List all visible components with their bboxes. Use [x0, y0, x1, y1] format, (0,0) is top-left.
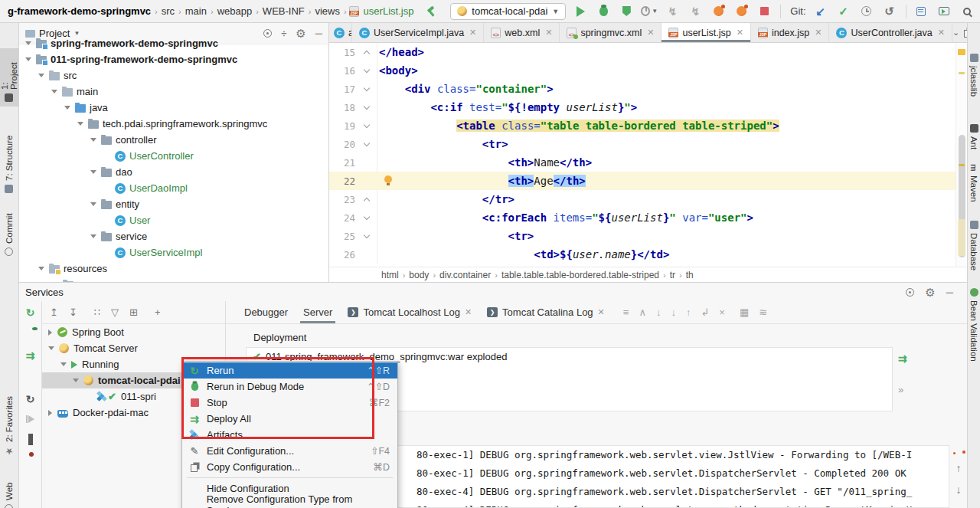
fold-gutter[interactable] [358, 143, 375, 146]
expander-icon[interactable] [90, 138, 96, 142]
add-button[interactable]: + [155, 306, 161, 318]
breadcrumb-item[interactable]: main [184, 5, 208, 17]
close-icon[interactable]: ✕ [815, 28, 822, 38]
scroll-end-button[interactable]: ↓ [671, 306, 676, 318]
toolwindow-button-jclasslib[interactable]: jclasslib [968, 49, 980, 101]
expander-icon[interactable] [90, 202, 96, 206]
build-hammer-button[interactable] [423, 3, 439, 20]
expander-icon[interactable] [25, 57, 31, 61]
close-icon[interactable]: ✕ [737, 28, 743, 38]
minimize-icon[interactable]: ─ [955, 505, 962, 508]
breadcrumb-item[interactable]: webapp [216, 5, 254, 17]
hidden-tabs-button[interactable]: ⌄ [952, 28, 959, 38]
project-tree-item[interactable]: java [19, 100, 328, 116]
fold-gutter[interactable] [358, 125, 375, 127]
collapse-all-button[interactable]: ↧ [69, 306, 77, 318]
menu-item[interactable]: ⇉Deploy All [182, 411, 397, 427]
close-button[interactable]: × [719, 306, 725, 318]
close-icon[interactable]: ✕ [598, 307, 605, 317]
project-tree-item[interactable]: controller [19, 132, 328, 148]
fold-gutter[interactable] [358, 49, 375, 56]
filter-button[interactable]: ▽ [111, 306, 119, 318]
next-occurrence-button[interactable]: ↓ [956, 483, 962, 496]
profile-with-intellij-button[interactable] [710, 3, 727, 20]
refresh-button[interactable]: ↻ [26, 394, 35, 405]
expander-icon[interactable] [90, 234, 96, 238]
code-line[interactable]: 23 </tr> [329, 190, 967, 208]
services-tab[interactable]: ❯Tomcat Localhost Log✕ [340, 301, 479, 323]
code-line[interactable]: 16<body> [329, 61, 967, 80]
gear-icon[interactable]: ⚙ [925, 287, 935, 298]
services-tab[interactable]: ❯Tomcat Catalina Log✕ [479, 301, 612, 323]
git-commit-button[interactable]: ✓ [835, 3, 852, 20]
services-tree-item[interactable]: Tomcat Server [42, 340, 225, 356]
menu-item[interactable]: Stop⌘F2 [182, 395, 397, 411]
code-line[interactable]: 18 <c:if test="${!empty userList}"> [329, 98, 967, 116]
code-editor[interactable]: 15</head>16<body>17 <div class="containe… [329, 43, 967, 264]
attach-profiler-button[interactable] [733, 3, 750, 20]
editor-breadcrumb-item[interactable]: div.container [439, 270, 491, 280]
update-resources-button[interactable]: ↯ [687, 3, 704, 20]
code-line[interactable]: 22 <th>Age</th> [329, 172, 967, 190]
close-icon[interactable]: ✕ [465, 307, 472, 317]
toolwindow-button-structure[interactable]: 7: Structure [0, 124, 18, 198]
code-line[interactable]: 17 <div class="container"> [329, 80, 967, 98]
group-by-button[interactable]: ∷ [94, 306, 100, 318]
float-mode-button[interactable] [906, 288, 914, 297]
editor-tab[interactable]: CUserServiceImpl.java✕ [352, 23, 484, 42]
services-tree-item[interactable]: Spring Boot [42, 324, 225, 340]
code-line[interactable]: 25 <tr> [329, 227, 967, 245]
menu-item[interactable]: Rerun in Debug Mode⌃⇧D [182, 379, 397, 395]
toolwindow-button-ant[interactable]: Ant [968, 120, 980, 154]
coverage-button[interactable] [618, 3, 635, 20]
services-tab[interactable]: Debugger [237, 301, 296, 323]
update-running-app-button[interactable]: ↯ [664, 3, 681, 20]
toolwindow-button-project[interactable]: 1: Project [0, 48, 18, 107]
deploy-all-button[interactable]: ⇉ [26, 350, 35, 361]
toolwindow-button-maven[interactable]: mMaven [968, 159, 980, 206]
fold-gutter[interactable] [358, 88, 375, 90]
project-tree-item[interactable]: dao [19, 164, 328, 180]
expander-icon[interactable] [77, 122, 83, 126]
run-button[interactable] [572, 3, 589, 20]
project-tree-item[interactable]: CUserServiceImpl [19, 244, 328, 261]
expander-icon[interactable] [48, 410, 52, 416]
run-configuration-select[interactable]: tomcat-local-pdai ▼ [450, 3, 566, 20]
expander-icon[interactable] [64, 106, 70, 110]
expander-icon[interactable] [38, 267, 44, 270]
editor-breadcrumb-item[interactable]: table.table.table-bordered.table-striped [501, 270, 659, 280]
fold-gutter[interactable] [358, 196, 375, 203]
menu-item[interactable]: ✎Edit Configuration...⇧F4 [182, 443, 397, 459]
breadcrumb-item[interactable]: views [313, 5, 341, 17]
fold-gutter[interactable] [358, 107, 375, 109]
expander-icon[interactable] [73, 379, 79, 382]
settings-filter-button[interactable]: ≋ [759, 306, 767, 318]
editor-breadcrumb-item[interactable]: th [686, 270, 694, 280]
menu-item[interactable]: Remove Configuration Type from Services [182, 497, 397, 508]
fold-gutter[interactable] [358, 70, 375, 72]
editor-tab[interactable]: springmvc.xml✕ [560, 23, 662, 42]
editor-tab[interactable]: web.xml✕ [484, 23, 560, 42]
pause-button[interactable] [28, 434, 33, 445]
menu-item[interactable]: ↻Rerun⌃⇧R [182, 362, 397, 379]
close-icon[interactable]: ✕ [545, 28, 552, 38]
editor-tab[interactable]: index.jsp✕ [751, 23, 830, 42]
run-anything-button[interactable] [936, 3, 952, 20]
debug-button[interactable] [595, 3, 612, 20]
project-tree-item[interactable] [19, 277, 328, 282]
scroll-down-button[interactable]: ↓ [656, 306, 662, 318]
editor-breadcrumb-item[interactable]: html [381, 270, 399, 280]
editor-tab[interactable]: CUserController.java✕ [829, 23, 952, 42]
fold-gutter[interactable] [358, 235, 375, 238]
code-line[interactable]: 21 <th>Name</th> [329, 153, 967, 172]
git-rollback-button[interactable]: ↺ [881, 3, 898, 20]
soft-wrap-button[interactable]: ≡ [623, 306, 629, 318]
project-tree-item[interactable]: src [19, 67, 328, 84]
toolwindow-button-commit[interactable]: Commit [0, 205, 18, 261]
clear-button[interactable]: ↲ [701, 306, 709, 318]
editor-breadcrumb-item[interactable]: tr [670, 270, 675, 280]
project-tree-item[interactable]: CUserDaoImpl [19, 180, 328, 196]
project-tree-item[interactable]: service [19, 228, 328, 244]
more-button[interactable]: » [898, 384, 903, 395]
add-service-button[interactable]: ⊞ [129, 306, 138, 318]
